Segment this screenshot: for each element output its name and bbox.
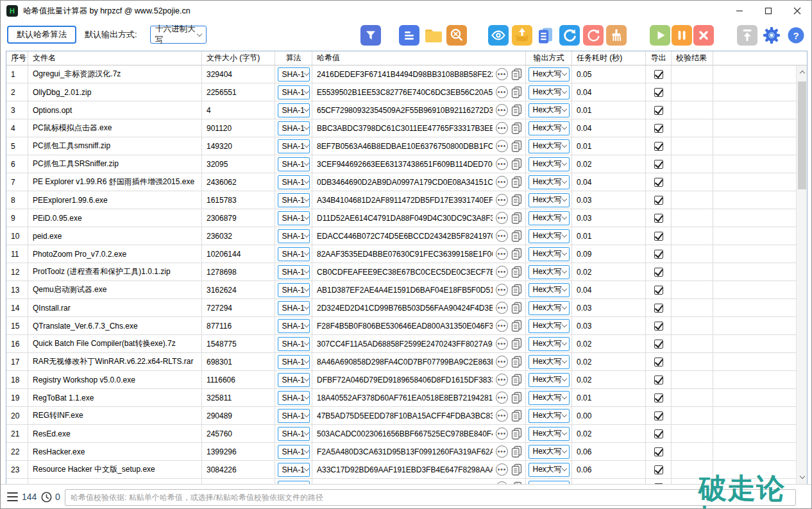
output-select[interactable]: Hex大写 [529,355,570,369]
export-checkbox[interactable] [654,160,663,169]
hash-more-button[interactable]: ••• [496,338,508,350]
algorithm-select[interactable]: SHA-1 [278,193,310,207]
export-checkbox[interactable] [654,393,663,402]
algorithm-select[interactable]: SHA-1 [278,463,310,477]
hash-more-button[interactable]: ••• [496,302,508,314]
export-checkbox[interactable] [654,142,663,151]
toolbar-button-file-list[interactable] [399,25,419,46]
hash-more-button[interactable]: ••• [496,194,508,206]
export-checkbox[interactable] [654,411,663,420]
column-header[interactable]: 任务耗时 (秒) [572,51,646,65]
scrollbar-thumb[interactable] [798,82,806,189]
output-select[interactable]: Hex大写 [529,121,570,135]
hash-more-button[interactable]: ••• [496,284,508,296]
algorithm-select[interactable]: SHA-1 [278,337,310,351]
hash-more-button[interactable]: ••• [496,68,508,80]
toolbar-button-start[interactable] [650,25,670,46]
output-select[interactable]: Hex大写 [529,157,570,171]
algorithm-select[interactable]: SHA-1 [278,121,310,135]
output-select[interactable]: Hex大写 [529,337,570,351]
export-checkbox[interactable] [654,214,663,223]
copy-hash-button[interactable] [511,86,522,98]
export-checkbox[interactable] [654,340,663,349]
algorithm-select[interactable]: SHA-1 [278,427,310,441]
copy-hash-button[interactable] [511,140,522,152]
copy-hash-button[interactable] [511,266,522,278]
output-select[interactable]: Hex大写 [529,67,570,82]
copy-hash-button[interactable] [511,302,522,314]
export-checkbox[interactable] [654,465,663,474]
algorithm-select[interactable]: SHA-1 [278,229,310,243]
output-select[interactable]: Hex大写 [529,463,570,477]
hash-more-button[interactable]: ••• [496,266,508,278]
algorithm-select[interactable]: SHA-1 [278,301,310,315]
hash-more-button[interactable]: ••• [496,158,508,170]
default-output-select[interactable]: 十六进制大写 [150,26,207,44]
hash-more-button[interactable]: ••• [496,445,508,458]
copy-hash-button[interactable] [511,356,522,368]
column-header[interactable]: 哈希值 [312,51,526,65]
export-checkbox[interactable] [654,70,663,79]
algorithm-select[interactable]: SHA-1 [278,373,310,387]
toolbar-button-upload-disabled[interactable] [737,25,757,46]
hash-more-button[interactable]: ••• [496,463,508,476]
output-select[interactable]: Hex大写 [529,103,570,117]
column-header[interactable]: 校验结果 [672,51,713,65]
output-select[interactable]: Hex大写 [529,229,570,243]
toolbar-button-export-tray[interactable] [512,25,532,46]
hash-more-button[interactable]: ••• [496,122,508,134]
toolbar-button-restart[interactable] [583,25,604,46]
copy-hash-button[interactable] [511,392,522,404]
vertical-scrollbar[interactable] [796,65,807,484]
algorithm-select[interactable]: SHA-1 [278,211,310,225]
column-header[interactable]: 序号 [6,51,28,65]
scroll-down-icon[interactable] [797,472,808,483]
export-checkbox[interactable] [654,358,663,367]
copy-hash-button[interactable] [511,122,522,134]
algorithm-select[interactable]: SHA-1 [278,265,310,279]
toolbar-button-stop[interactable] [693,25,714,46]
default-algorithm-button[interactable]: 默认哈希算法 [7,26,76,44]
export-checkbox[interactable] [654,88,663,97]
toolbar-button-refresh[interactable] [559,25,580,46]
output-select[interactable]: Hex大写 [529,283,570,297]
column-header[interactable]: 算法 [275,51,312,65]
algorithm-select[interactable]: SHA-1 [278,175,310,189]
output-select[interactable]: Hex大写 [529,175,570,189]
export-checkbox[interactable] [654,375,663,384]
algorithm-select[interactable]: SHA-1 [278,355,310,369]
export-checkbox[interactable] [654,429,663,438]
export-checkbox[interactable] [654,232,663,241]
output-select[interactable]: Hex大写 [529,409,570,423]
output-select[interactable]: Hex大写 [529,319,570,333]
copy-hash-button[interactable] [511,410,522,422]
export-checkbox[interactable] [654,178,663,187]
toolbar-button-open-folder[interactable] [423,25,443,46]
export-checkbox[interactable] [654,196,663,205]
hash-more-button[interactable]: ••• [496,356,508,368]
output-select[interactable]: Hex大写 [529,265,570,279]
output-select[interactable]: Hex大写 [529,427,570,441]
toolbar-button-clean[interactable] [606,25,627,46]
copy-hash-button[interactable] [511,158,522,170]
minimize-button[interactable] [725,1,754,21]
toolbar-button-help[interactable]: ? [786,25,806,46]
toolbar-button-cancel-search[interactable] [446,25,467,46]
hash-more-button[interactable]: ••• [496,374,508,386]
copy-hash-button[interactable] [511,104,522,116]
copy-hash-button[interactable] [511,230,522,242]
hash-more-button[interactable]: ••• [496,410,508,422]
toolbar-button-copy-list[interactable] [536,25,556,46]
output-select[interactable]: Hex大写 [529,247,570,261]
output-select[interactable]: Hex大写 [529,391,570,405]
copy-hash-button[interactable] [511,176,522,188]
output-select[interactable]: Hex大写 [529,85,570,99]
hash-more-button[interactable]: ••• [496,320,508,332]
copy-hash-button[interactable] [511,445,522,458]
algorithm-select[interactable]: SHA-1 [278,445,310,459]
column-header[interactable]: 导出 [646,51,672,65]
hash-check-input[interactable] [65,489,796,506]
algorithm-select[interactable]: SHA-1 [278,319,310,333]
hash-more-button[interactable]: ••• [496,248,508,260]
copy-hash-button[interactable] [511,248,522,260]
